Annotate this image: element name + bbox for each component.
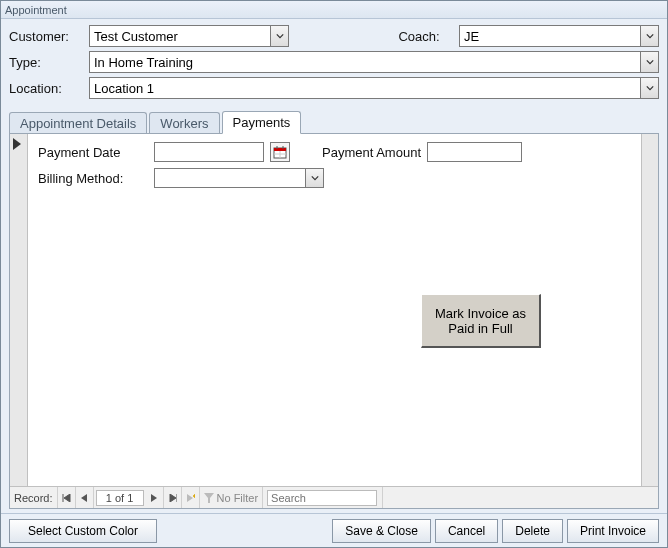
new-record-icon	[186, 494, 195, 502]
customer-value: Test Customer	[94, 29, 178, 44]
chevron-down-icon	[640, 52, 658, 72]
nav-new-button[interactable]	[182, 487, 200, 508]
delete-button[interactable]: Delete	[502, 519, 563, 543]
billing-method-label: Billing Method:	[38, 171, 148, 186]
current-record-icon	[13, 138, 21, 150]
vertical-scrollbar[interactable]	[641, 134, 658, 486]
payments-subform: Payment Date Payment Amount	[10, 134, 658, 486]
tab-payments[interactable]: Payments	[222, 111, 302, 134]
mark-paid-button[interactable]: Mark Invoice as Paid in Full	[421, 294, 541, 348]
calendar-icon	[273, 145, 287, 159]
customer-combo[interactable]: Test Customer	[89, 25, 289, 47]
nav-next-button[interactable]	[146, 487, 164, 508]
payments-form-body: Payment Date Payment Amount	[28, 134, 641, 486]
window-title: Appointment	[1, 1, 667, 19]
svg-rect-1	[274, 148, 286, 151]
type-combo[interactable]: In Home Training	[89, 51, 659, 73]
coach-label: Coach:	[379, 29, 459, 44]
footer-bar: Select Custom Color Save & Close Cancel …	[1, 513, 667, 547]
header-form: Customer: Test Customer Coach: JE Type: …	[1, 19, 667, 109]
record-counter[interactable]: 1 of 1	[96, 490, 144, 506]
search-box	[263, 487, 383, 508]
save-close-button[interactable]: Save & Close	[332, 519, 431, 543]
tab-strip: Appointment Details Workers Payments	[1, 109, 667, 133]
payment-amount-label: Payment Amount	[322, 145, 421, 160]
location-label: Location:	[9, 81, 89, 96]
payments-panel: Payment Date Payment Amount	[9, 133, 659, 509]
nav-last-button[interactable]	[164, 487, 182, 508]
print-invoice-button[interactable]: Print Invoice	[567, 519, 659, 543]
filter-indicator[interactable]: No Filter	[200, 487, 264, 508]
next-icon	[150, 494, 158, 502]
tab-workers[interactable]: Workers	[149, 112, 219, 134]
billing-method-combo[interactable]	[154, 168, 324, 188]
nav-prev-button[interactable]	[76, 487, 94, 508]
location-combo[interactable]: Location 1	[89, 77, 659, 99]
chevron-down-icon	[270, 26, 288, 46]
chevron-down-icon	[305, 169, 323, 187]
appointment-window: Appointment Customer: Test Customer Coac…	[0, 0, 668, 548]
type-label: Type:	[9, 55, 89, 70]
payment-date-label: Payment Date	[38, 145, 148, 160]
coach-value: JE	[464, 29, 479, 44]
search-input[interactable]	[267, 490, 377, 506]
nav-first-button[interactable]	[58, 487, 76, 508]
location-value: Location 1	[94, 81, 154, 96]
last-icon	[168, 494, 177, 502]
prev-icon	[80, 494, 88, 502]
tab-appointment-details[interactable]: Appointment Details	[9, 112, 147, 134]
type-value: In Home Training	[94, 55, 193, 70]
customer-label: Customer:	[9, 29, 89, 44]
chevron-down-icon	[640, 78, 658, 98]
payment-amount-input[interactable]	[427, 142, 522, 162]
coach-combo[interactable]: JE	[459, 25, 659, 47]
first-icon	[62, 494, 71, 502]
select-color-button[interactable]: Select Custom Color	[9, 519, 157, 543]
record-label: Record:	[10, 487, 58, 508]
funnel-icon	[204, 493, 214, 503]
chevron-down-icon	[640, 26, 658, 46]
cancel-button[interactable]: Cancel	[435, 519, 498, 543]
calendar-button[interactable]	[270, 142, 290, 162]
record-nav-bar: Record: 1 of 1 No Filter	[10, 486, 658, 508]
record-selector[interactable]	[10, 134, 28, 486]
payment-date-input[interactable]	[154, 142, 264, 162]
